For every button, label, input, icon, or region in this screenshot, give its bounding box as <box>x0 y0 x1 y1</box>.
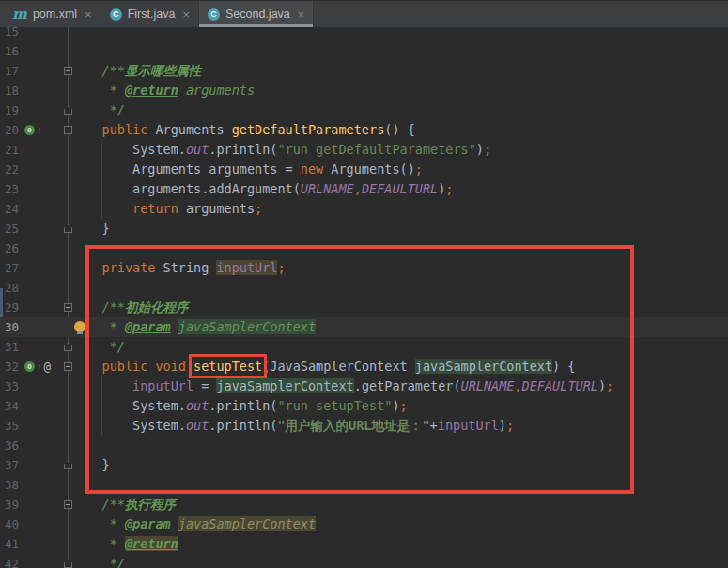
override-arrow-icon[interactable]: ↑ <box>37 357 42 376</box>
code-text[interactable]: System.out.println("run getDefaultParame… <box>71 140 728 160</box>
tab-pom-xml[interactable]: m pom.xml × <box>4 1 101 27</box>
code-line[interactable]: 27 private String inputUrl; <box>0 258 728 278</box>
line-number[interactable]: 30 <box>0 317 24 337</box>
code-line[interactable]: 20o↑ public Arguments getDefaultParamete… <box>0 120 728 140</box>
code-line[interactable]: 26 <box>0 238 728 258</box>
override-arrow-icon[interactable]: ↑ <box>37 120 42 140</box>
code-line[interactable]: 35 System.out.println("用户输入的URL地址是："+inp… <box>0 416 728 436</box>
code-text[interactable] <box>71 436 728 455</box>
code-text[interactable]: arguments.addArgument(URLNAME,DEFAULTURL… <box>71 179 728 199</box>
code-line[interactable]: 32o↑@ public void setupTest(JavaSamplerC… <box>0 357 728 376</box>
line-number[interactable]: 20 <box>0 120 24 140</box>
line-number[interactable]: 24 <box>0 199 24 219</box>
fold-collapse-icon[interactable] <box>64 67 72 75</box>
fold-collapse-icon[interactable] <box>64 362 72 371</box>
code-text[interactable]: System.out.println("run setupTest"); <box>71 396 728 416</box>
code-text[interactable]: /**初始化程序 <box>71 298 728 317</box>
code-line[interactable]: 17 /**显示哪些属性 <box>0 61 728 81</box>
code-text[interactable]: * @return arguments <box>71 81 728 100</box>
code-line[interactable]: 41 * @return <box>0 534 728 554</box>
close-icon[interactable]: × <box>298 8 305 22</box>
code-text[interactable]: */ <box>71 337 728 357</box>
fold-end-icon[interactable] <box>64 560 72 568</box>
code-text[interactable] <box>71 27 728 41</box>
code-text[interactable]: /**执行程序 <box>71 495 728 514</box>
code-line[interactable]: 29 /**初始化程序 <box>0 298 728 317</box>
code-text[interactable]: */ <box>71 554 728 568</box>
tab-second-java[interactable]: C Second.java × <box>199 1 314 27</box>
code-text[interactable]: public void setupTest(JavaSamplerContext… <box>71 357 728 376</box>
line-number[interactable]: 40 <box>0 514 24 534</box>
code-line[interactable]: 23 arguments.addArgument(URLNAME,DEFAULT… <box>0 179 728 199</box>
fold-end-icon[interactable] <box>64 106 72 115</box>
code-line[interactable]: 38 <box>0 475 728 495</box>
fold-end-icon[interactable] <box>64 343 72 351</box>
fold-end-icon[interactable] <box>64 461 72 469</box>
code-text[interactable]: * @param javaSamplerContext <box>71 317 728 337</box>
code-line[interactable]: 31 */ <box>0 337 728 357</box>
line-number[interactable]: 28 <box>0 278 24 298</box>
code-line[interactable]: 34 System.out.println("run setupTest"); <box>0 396 728 416</box>
line-number[interactable]: 27 <box>0 258 24 278</box>
intention-bulb-icon[interactable] <box>74 321 85 332</box>
line-number[interactable]: 37 <box>0 455 24 475</box>
code-text[interactable]: inputUrl = javaSamplerContext.getParamet… <box>71 376 728 396</box>
fold-collapse-icon[interactable] <box>64 303 72 312</box>
code-text[interactable] <box>71 278 728 298</box>
line-number[interactable]: 41 <box>0 534 24 554</box>
line-number[interactable]: 16 <box>0 41 24 61</box>
code-text[interactable]: private String inputUrl; <box>71 258 728 278</box>
code-line[interactable]: 30 * @param javaSamplerContext <box>0 317 728 337</box>
line-number[interactable]: 23 <box>0 179 24 199</box>
code-line[interactable]: 25 } <box>0 219 728 238</box>
code-line[interactable]: 18 * @return arguments <box>0 81 728 100</box>
fold-collapse-icon[interactable] <box>64 126 72 134</box>
line-number[interactable]: 15 <box>0 27 24 41</box>
line-number[interactable]: 22 <box>0 160 24 179</box>
line-number[interactable]: 26 <box>0 238 24 258</box>
code-line[interactable]: 16 <box>0 41 728 61</box>
code-text[interactable]: * @param javaSamplerContext <box>71 514 728 534</box>
line-number[interactable]: 33 <box>0 376 24 396</box>
code-text[interactable]: return arguments; <box>71 199 728 219</box>
overriding-method-icon[interactable]: o <box>24 361 35 372</box>
code-line[interactable]: 37 } <box>0 455 728 475</box>
code-line[interactable]: 15 <box>0 27 728 41</box>
tab-first-java[interactable]: C First.java × <box>101 1 199 27</box>
line-number[interactable]: 17 <box>0 61 24 81</box>
code-line[interactable]: 21 System.out.println("run getDefaultPar… <box>0 140 728 160</box>
code-text[interactable]: /**显示哪些属性 <box>71 61 728 81</box>
fold-end-icon[interactable] <box>64 224 72 233</box>
code-line[interactable]: 39 /**执行程序 <box>0 495 728 514</box>
code-text[interactable] <box>71 238 728 258</box>
code-text[interactable]: public Arguments getDefaultParameters() … <box>71 120 728 140</box>
code-text[interactable]: * @return <box>71 534 728 554</box>
close-icon[interactable]: × <box>85 8 92 22</box>
code-editor[interactable]: 151617 /**显示哪些属性18 * @return arguments19… <box>0 27 728 568</box>
code-text[interactable]: System.out.println("用户输入的URL地址是："+inputU… <box>71 416 728 436</box>
code-text[interactable]: } <box>71 219 728 238</box>
line-number[interactable]: 31 <box>0 337 24 357</box>
code-line[interactable]: 24 return arguments; <box>0 199 728 219</box>
code-text[interactable]: Arguments arguments = new Arguments(); <box>71 160 728 179</box>
line-number[interactable]: 39 <box>0 495 24 514</box>
code-line[interactable]: 33 inputUrl = javaSamplerContext.getPara… <box>0 376 728 396</box>
line-number[interactable]: 21 <box>0 140 24 160</box>
line-number[interactable]: 32 <box>0 357 24 376</box>
code-line[interactable]: 40 * @param javaSamplerContext <box>0 514 728 534</box>
close-icon[interactable]: × <box>182 8 190 22</box>
line-number[interactable]: 25 <box>0 219 24 238</box>
code-line[interactable]: 28 <box>0 278 728 298</box>
line-number[interactable]: 35 <box>0 416 24 436</box>
code-text[interactable] <box>71 41 728 61</box>
line-number[interactable]: 29 <box>0 298 24 317</box>
line-number[interactable]: 34 <box>0 396 24 416</box>
code-line[interactable]: 22 Arguments arguments = new Arguments()… <box>0 160 728 179</box>
line-number[interactable]: 19 <box>0 100 24 120</box>
code-line[interactable]: 36 <box>0 436 728 455</box>
line-number[interactable]: 38 <box>0 475 24 495</box>
fold-collapse-icon[interactable] <box>64 500 72 509</box>
code-line[interactable]: 19 */ <box>0 100 728 120</box>
code-text[interactable]: } <box>71 455 728 475</box>
line-number[interactable]: 36 <box>0 436 24 455</box>
